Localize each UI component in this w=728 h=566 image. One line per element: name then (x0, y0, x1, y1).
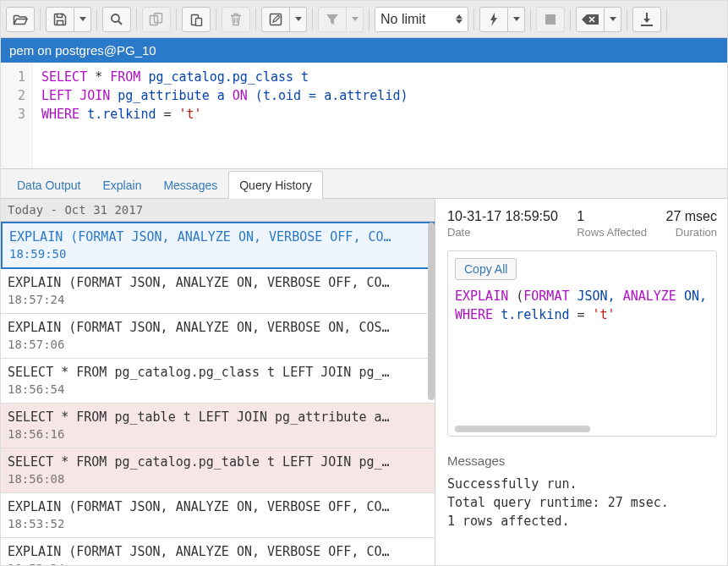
row-limit-label: No limit (380, 12, 425, 27)
detail-panel: 10-31-17 18:59:50 Date 1 Rows Affected 2… (435, 199, 727, 566)
open-file-button[interactable] (6, 7, 35, 32)
history-item-time: 18:56:54 (8, 381, 428, 398)
detail-meta: 10-31-17 18:59:50 Date 1 Rows Affected 2… (447, 209, 717, 239)
save-button[interactable] (46, 7, 74, 32)
history-panel: Today - Oct 31 2017 EXPLAIN (FORMAT JSON… (1, 199, 435, 566)
svg-rect-6 (271, 14, 282, 25)
clear-dropdown[interactable] (605, 7, 621, 32)
history-item[interactable]: EXPLAIN (FORMAT JSON, ANALYZE ON, VERBOS… (1, 269, 435, 314)
scrollbar-thumb[interactable] (455, 426, 590, 432)
tab-explain[interactable]: Explain (92, 171, 153, 199)
history-item-query: SELECT * FROM pg_catalog.pg_class t LEFT… (8, 364, 428, 381)
history-item[interactable]: EXPLAIN (FORMAT JSON, ANALYZE ON, VERBOS… (1, 538, 435, 566)
caret-icon (513, 17, 520, 21)
result-tabs: Data Output Explain Messages Query Histo… (1, 168, 727, 199)
message-line: Total query runtime: 27 msec. (447, 493, 717, 512)
editor-code[interactable]: SELECT * FROM pg_catalog.pg_class t LEFT… (33, 63, 417, 168)
messages-header: Messages (447, 453, 717, 468)
history-item[interactable]: SELECT * FROM pg_table t LEFT JOIN pg_at… (1, 404, 435, 448)
separator (255, 8, 256, 30)
save-dropdown[interactable] (74, 7, 91, 32)
separator (570, 8, 571, 30)
svg-rect-7 (545, 14, 556, 25)
history-item[interactable]: EXPLAIN (FORMAT JSON, ANALYZE ON, VERBOS… (1, 314, 435, 359)
separator (369, 8, 369, 30)
history-item[interactable]: EXPLAIN (FORMAT JSON, ANALYZE ON, VERBOS… (1, 493, 435, 538)
separator (216, 8, 216, 30)
find-button[interactable] (102, 7, 131, 32)
detail-rows-value: 1 (577, 209, 647, 224)
copy-all-button[interactable]: Copy All (455, 258, 517, 280)
separator (530, 8, 531, 30)
detail-duration-value: 27 msec (666, 209, 717, 224)
filter-button (318, 7, 347, 32)
message-line: Successfully run. (447, 475, 717, 493)
caret-icon (295, 17, 302, 21)
paste-button[interactable] (182, 7, 211, 32)
history-item[interactable]: EXPLAIN (FORMAT JSON, ANALYZE ON, VERBOS… (1, 222, 435, 269)
edit-button[interactable] (261, 7, 290, 32)
history-item[interactable]: SELECT * FROM pg_catalog.pg_table t LEFT… (1, 448, 435, 493)
detail-rows-label: Rows Affected (577, 226, 647, 239)
spinner-icon (456, 14, 463, 24)
sql-editor[interactable]: 1 2 3 SELECT * FROM pg_catalog.pg_class … (1, 63, 727, 168)
separator (627, 8, 627, 30)
connection-bar: pem on postgres@PG_10 (1, 38, 727, 63)
separator (666, 8, 667, 30)
separator (96, 8, 97, 30)
history-item-query: EXPLAIN (FORMAT JSON, ANALYZE ON, VERBOS… (8, 319, 428, 336)
tab-messages[interactable]: Messages (152, 171, 228, 199)
detail-date-label: Date (447, 226, 558, 239)
filter-dropdown (347, 7, 364, 32)
history-item-query: EXPLAIN (FORMAT JSON, ANALYZE ON, VERBOS… (8, 543, 428, 560)
caret-icon (79, 17, 86, 21)
history-item-time: 18:53:34 (8, 560, 428, 566)
caret-icon (610, 17, 616, 21)
toolbar: No limit (1, 1, 727, 38)
download-button[interactable] (632, 7, 661, 32)
detail-duration-label: Duration (666, 226, 717, 239)
detail-query-code: EXPLAIN (FORMAT JSON, ANALYZE ON, WHERE … (455, 287, 709, 422)
history-item-time: 18:57:06 (8, 336, 428, 353)
tab-data-output[interactable]: Data Output (6, 171, 92, 199)
history-item-time: 18:56:16 (8, 426, 428, 442)
detail-date-value: 10-31-17 18:59:50 (447, 209, 558, 224)
history-item-query: EXPLAIN (FORMAT JSON, ANALYZE ON, VERBOS… (9, 228, 426, 245)
history-item-time: 18:53:52 (8, 515, 428, 532)
execute-button[interactable] (479, 7, 508, 32)
messages-body: Successfully run. Total query runtime: 2… (447, 475, 717, 530)
svg-point-0 (112, 14, 119, 22)
edit-dropdown[interactable] (290, 7, 307, 32)
separator (176, 8, 177, 30)
history-item-time: 18:57:24 (8, 291, 428, 308)
separator (136, 8, 137, 30)
history-item-time: 18:56:08 (8, 470, 428, 487)
editor-gutter: 1 2 3 (1, 63, 33, 168)
detail-query-box: Copy All EXPLAIN (FORMAT JSON, ANALYZE O… (447, 250, 717, 437)
separator (312, 8, 313, 30)
message-line: 1 rows affected. (447, 512, 717, 530)
lower-panes: Today - Oct 31 2017 EXPLAIN (FORMAT JSON… (1, 199, 727, 566)
horizontal-scrollbar[interactable] (455, 426, 709, 432)
history-item[interactable]: SELECT * FROM pg_catalog.pg_class t LEFT… (1, 359, 435, 404)
separator (473, 8, 474, 30)
history-item-time: 18:59:50 (9, 245, 426, 262)
history-item-query: EXPLAIN (FORMAT JSON, ANALYZE ON, VERBOS… (8, 498, 428, 515)
scrollbar-thumb[interactable] (428, 223, 435, 400)
tab-query-history[interactable]: Query History (228, 171, 323, 199)
delete-button (222, 7, 250, 32)
caret-icon (352, 17, 359, 21)
history-item-query: SELECT * FROM pg_catalog.pg_table t LEFT… (8, 453, 428, 470)
svg-line-1 (118, 21, 122, 25)
separator (40, 8, 41, 30)
copy-button (142, 7, 171, 32)
history-item-query: SELECT * FROM pg_table t LEFT JOIN pg_at… (8, 409, 428, 426)
clear-button[interactable] (576, 7, 605, 32)
row-limit-select[interactable]: No limit (375, 7, 468, 32)
connection-label: pem on postgres@PG_10 (9, 43, 156, 58)
svg-rect-5 (196, 18, 202, 25)
execute-dropdown[interactable] (508, 7, 525, 32)
stop-button (536, 7, 565, 32)
history-list[interactable]: EXPLAIN (FORMAT JSON, ANALYZE ON, VERBOS… (1, 222, 435, 566)
history-date-header: Today - Oct 31 2017 (1, 199, 435, 222)
